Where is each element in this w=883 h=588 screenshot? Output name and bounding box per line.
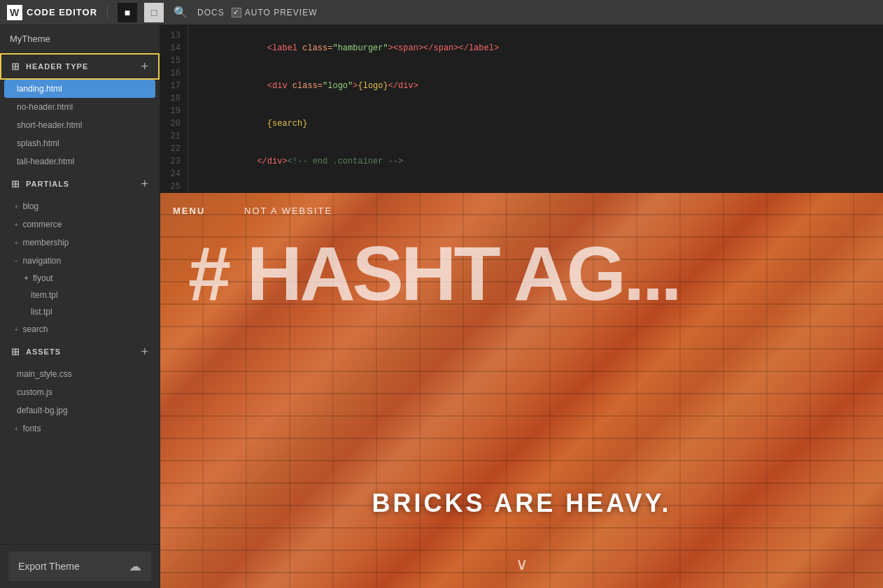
code-content[interactable]: <label class="hamburger"><span></span></… [188,25,883,193]
partial-navigation[interactable]: − navigation [0,252,160,270]
navigation-collapse-icon: − [14,257,18,265]
partials-label: PARTIALS [26,180,69,188]
file-default-bg-jpg[interactable]: default-bg.jpg [0,401,160,420]
line-numbers: 13 14 15 16 17 18 19 20 21 22 23 24 25 2… [160,25,188,193]
partial-flyout[interactable]: + flyout [0,270,160,287]
auto-preview-checkbox[interactable]: ✓ [232,8,241,17]
file-short-header-html[interactable]: short-header.html [0,116,160,134]
blog-expand-icon: + [14,202,18,210]
theme-dark-button[interactable]: ■ [118,3,137,22]
divider [107,6,108,20]
header-type-add-icon[interactable]: + [141,60,148,73]
preview-area: MENU NOT A WEBSITE # HASHT AG... BRICKS … [160,193,883,588]
app-logo: W CODE EDITOR [7,5,97,20]
partial-membership[interactable]: + membership [0,234,160,252]
file-list-tpl[interactable]: list.tpl [0,303,160,320]
top-bar: W CODE EDITOR ■ □ 🔍 DOCS ✓ AUTO PREVIEW [0,0,883,25]
code-line-15: {search} [197,105,875,143]
docs-link[interactable]: DOCS [197,8,225,17]
partial-blog[interactable]: + blog [0,197,160,215]
preview-down-arrow: ∨ [516,554,528,574]
flyout-expand-icon: + [24,273,29,283]
file-splash-html[interactable]: splash.html [0,134,160,152]
app-title: CODE EDITOR [27,7,97,17]
auto-preview-toggle[interactable]: ✓ AUTO PREVIEW [232,8,318,17]
partials-icon: ⊞ [11,178,20,189]
preview-tagline: BRICKS ARE HEAVY. [160,489,883,518]
cloud-icon: ☁ [129,559,141,574]
assets-label: ASSETS [26,347,61,356]
code-area: 13 14 15 16 17 18 19 20 21 22 23 24 25 2… [160,25,883,588]
auto-preview-label: AUTO PREVIEW [245,8,318,17]
file-no-header-html[interactable]: no-header.html [0,98,160,116]
search-expand-icon: + [14,325,18,334]
search-icon[interactable]: 🔍 [174,6,188,19]
partials-add-icon[interactable]: + [141,178,148,190]
assets-icon: ⊞ [11,346,20,357]
code-line-17 [197,180,875,193]
export-theme-button[interactable]: Export Theme ☁ [8,552,151,581]
header-type-section[interactable]: ⊞ HEADER TYPE + [0,53,160,80]
partials-section[interactable]: ⊞ PARTIALS + [0,171,160,197]
partial-search[interactable]: + search [0,320,160,338]
header-type-label: HEADER TYPE [26,62,88,71]
commerce-expand-icon: + [14,220,18,229]
sidebar: MyTheme ⊞ HEADER TYPE + landing.html no-… [0,25,160,588]
assets-section[interactable]: ⊞ ASSETS + [0,338,160,365]
file-main-style-css[interactable]: main_style.css [0,365,160,383]
sidebar-content: ⊞ HEADER TYPE + landing.html no-header.h… [0,53,160,544]
sidebar-footer: Export Theme ☁ [0,544,160,588]
code-line-14: <div class="logo">{logo}</div> [197,67,875,105]
preview-menu-label: MENU [173,206,205,216]
file-tall-header-html[interactable]: tall-header.html [0,152,160,171]
file-item-tpl[interactable]: item.tpl [0,287,160,303]
header-type-icon: ⊞ [11,61,20,72]
fonts-expand-icon: + [14,424,18,433]
main-layout: MyTheme ⊞ HEADER TYPE + landing.html no-… [0,25,883,588]
file-landing-html[interactable]: landing.html [4,80,155,98]
code-line-16: </div><!-- end .container --> [197,143,875,180]
preview-not-a-website: NOT A WEBSITE [244,206,332,216]
export-theme-label: Export Theme [18,561,80,572]
partial-fonts[interactable]: + fonts [0,420,160,438]
preview-hashtag: # HASHT AG... [188,235,883,312]
partial-commerce[interactable]: + commerce [0,215,160,234]
logo-w-icon: W [7,5,22,20]
file-custom-js[interactable]: custom.js [0,383,160,401]
assets-add-icon[interactable]: + [141,345,148,358]
code-line-13: <label class="hamburger"><span></span></… [197,29,875,67]
membership-expand-icon: + [14,238,18,247]
preview-background: MENU NOT A WEBSITE # HASHT AG... BRICKS … [160,193,883,588]
code-editor[interactable]: 13 14 15 16 17 18 19 20 21 22 23 24 25 2… [160,25,883,193]
theme-light-button[interactable]: □ [144,3,164,22]
theme-name: MyTheme [0,25,160,53]
